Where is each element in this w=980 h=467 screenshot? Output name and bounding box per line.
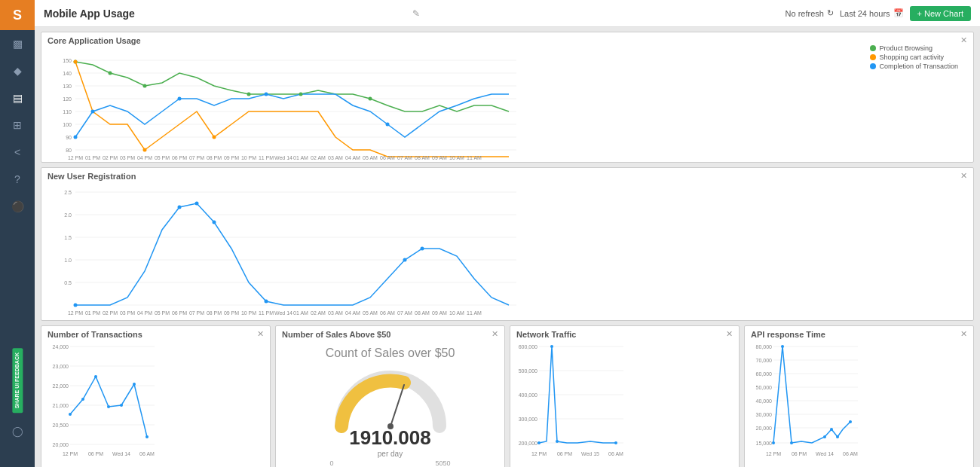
new-user-reg-close[interactable]: ✕ <box>960 171 967 181</box>
svg-point-19 <box>247 93 251 96</box>
layout-icon: ⊞ <box>13 119 22 131</box>
core-usage-panel: Core Application Usage ✕ Product Browsin… <box>41 32 974 163</box>
gauge-min: 0 <box>330 459 334 467</box>
legend-item-transaction: Completion of Transaction <box>870 63 958 70</box>
svg-text:01 AM: 01 AM <box>293 310 308 316</box>
svg-text:05 AM: 05 AM <box>363 155 378 160</box>
svg-text:130: 130 <box>63 84 72 89</box>
svg-text:12 PM: 12 PM <box>531 451 547 456</box>
svg-text:400,000: 400,000 <box>519 392 537 398</box>
power-icon[interactable]: ◯ <box>0 417 35 444</box>
svg-text:Wed 15: Wed 15 <box>581 451 599 456</box>
svg-text:03 PM: 03 PM <box>120 155 135 160</box>
refresh-icon: ↻ <box>827 8 834 18</box>
svg-text:09 PM: 09 PM <box>224 155 239 160</box>
sidebar-item-user[interactable]: ⚫ <box>0 193 35 220</box>
transactions-panel: Number of Transactions ✕ 24,000 23,000 2… <box>41 325 271 467</box>
svg-point-22 <box>74 60 78 64</box>
logo-icon: S <box>13 8 22 23</box>
svg-text:06 AM: 06 AM <box>608 451 623 456</box>
api-response-title: API response Time <box>751 330 825 339</box>
svg-point-156 <box>781 345 784 348</box>
legend-item-cart: Shopping cart activity <box>870 53 958 61</box>
svg-text:20,500: 20,500 <box>53 423 69 428</box>
sales-gauge-close[interactable]: ✕ <box>492 329 498 339</box>
sidebar-item-tags[interactable]: ◆ <box>0 57 35 84</box>
svg-point-27 <box>178 97 182 101</box>
svg-text:120: 120 <box>63 96 72 102</box>
legend-dot-transaction <box>870 63 876 69</box>
svg-point-111 <box>107 405 110 408</box>
svg-text:300,000: 300,000 <box>519 417 537 422</box>
svg-text:200,000: 200,000 <box>519 441 537 446</box>
gauge-value: 1910.008 <box>349 426 430 450</box>
user-icon: ⚫ <box>11 200 24 212</box>
svg-point-71 <box>421 247 424 251</box>
svg-point-155 <box>772 441 775 444</box>
svg-point-160 <box>836 435 839 438</box>
new-user-reg-chart: 2.5 2.0 1.5 1.0 0.5 12 PM 01 PM 02 PM <box>41 181 524 320</box>
svg-text:08 PM: 08 PM <box>207 155 222 160</box>
svg-text:02 PM: 02 PM <box>103 155 118 160</box>
svg-point-69 <box>265 300 268 304</box>
legend-item-product: Product Browsing <box>870 44 958 52</box>
svg-point-29 <box>386 123 390 127</box>
bar-chart-icon: ▩ <box>13 38 23 50</box>
svg-text:1.0: 1.0 <box>64 258 72 263</box>
edit-title-icon[interactable]: ✎ <box>412 8 420 19</box>
sidebar-item-help[interactable]: ? <box>0 166 35 193</box>
svg-text:01 PM: 01 PM <box>85 310 100 316</box>
svg-point-25 <box>74 136 78 139</box>
api-response-chart: 80,000 70,000 60,000 50,000 40,000 30,00… <box>745 339 862 467</box>
new-chart-button[interactable]: + New Chart <box>910 6 971 21</box>
main-content: Mobile App Usage ✎ No refresh ↻ Last 24 … <box>35 0 980 467</box>
svg-text:12 PM: 12 PM <box>68 155 83 160</box>
svg-point-158 <box>823 435 826 438</box>
svg-text:06 PM: 06 PM <box>88 451 103 456</box>
sales-gauge-header: Number of Sales Above $50 ✕ <box>276 326 504 339</box>
timerange-control[interactable]: Last 24 hours 📅 <box>840 8 904 18</box>
svg-line-119 <box>390 385 404 426</box>
page-header: Mobile App Usage ✎ No refresh ↻ Last 24 … <box>35 0 980 27</box>
svg-text:03 AM: 03 AM <box>328 155 343 160</box>
sidebar-item-barchart[interactable]: ▩ <box>0 30 35 57</box>
svg-text:11 PM: 11 PM <box>259 155 274 160</box>
sidebar-item-layout[interactable]: ⊞ <box>0 111 35 139</box>
svg-point-157 <box>790 441 793 444</box>
svg-point-109 <box>81 398 84 401</box>
svg-point-131 <box>537 441 541 444</box>
svg-text:03 AM: 03 AM <box>328 310 343 316</box>
share-icon: < <box>14 146 20 158</box>
svg-text:100: 100 <box>63 122 72 127</box>
svg-point-159 <box>830 428 833 431</box>
refresh-control[interactable]: No refresh ↻ <box>786 8 834 18</box>
svg-point-132 <box>550 345 553 348</box>
sidebar-item-dashboard[interactable]: ▤ <box>0 84 35 111</box>
svg-text:07 PM: 07 PM <box>189 155 204 160</box>
svg-text:10 AM: 10 AM <box>449 310 464 316</box>
sidebar-item-share[interactable]: < <box>0 139 35 166</box>
svg-text:Wed 14: Wed 14 <box>274 155 292 160</box>
gauge-labels: 0 5050 <box>330 459 451 467</box>
api-response-panel: API response Time ✕ 80,000 70,000 60,000… <box>744 325 974 467</box>
svg-text:1.5: 1.5 <box>64 235 72 240</box>
svg-text:09 AM: 09 AM <box>432 310 447 316</box>
app-logo[interactable]: S <box>0 0 35 30</box>
svg-text:08 PM: 08 PM <box>207 310 222 316</box>
legend-label-cart: Shopping cart activity <box>879 53 944 61</box>
svg-text:11 PM: 11 PM <box>259 310 274 316</box>
svg-point-24 <box>213 136 216 139</box>
api-response-close[interactable]: ✕ <box>960 329 967 339</box>
network-traffic-close[interactable]: ✕ <box>726 329 733 339</box>
gauge-container: Count of Sales over $50 1910.008 per day <box>276 339 504 467</box>
transactions-close[interactable]: ✕ <box>257 329 264 339</box>
svg-text:20,000: 20,000 <box>756 426 773 431</box>
timerange-label: Last 24 hours <box>840 9 890 18</box>
core-usage-close[interactable]: ✕ <box>960 35 967 45</box>
core-usage-header: Core Application Usage ✕ <box>41 32 973 45</box>
feedback-button[interactable]: SHARE UI FEEDBACK <box>12 348 23 413</box>
svg-text:01 AM: 01 AM <box>293 155 308 160</box>
svg-text:02 AM: 02 AM <box>311 155 326 160</box>
svg-point-18 <box>143 84 147 88</box>
legend-dot-product <box>870 45 876 51</box>
